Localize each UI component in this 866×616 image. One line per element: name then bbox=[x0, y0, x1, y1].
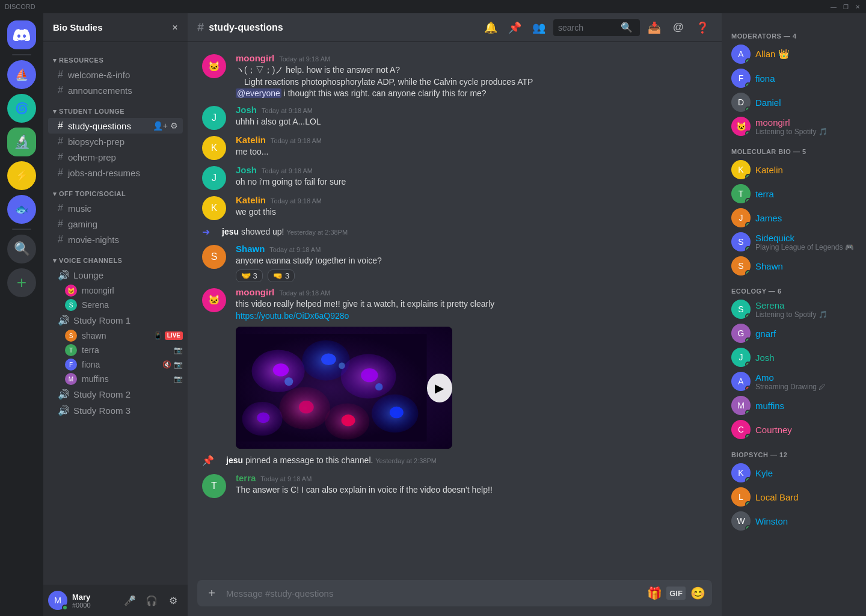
channel-gaming[interactable]: # gaming bbox=[48, 216, 183, 232]
voice-channel-name: Study Room 3 bbox=[73, 405, 131, 416]
pin-button[interactable]: 📌 bbox=[505, 18, 524, 37]
messages-area: 🐱 moongirl Today at 9:18 AM ヽ(；▽；)ノ help… bbox=[188, 42, 722, 570]
bell-button[interactable]: 🔔 bbox=[481, 18, 500, 37]
voice-member-moongirl[interactable]: 🐱 moongirl bbox=[43, 283, 188, 298]
channel-study-questions[interactable]: # study-questions 👤+ ⚙ bbox=[48, 118, 183, 134]
server-icon-bio[interactable]: 🔬 bbox=[7, 128, 36, 156]
server-icon-5[interactable]: 🐟 bbox=[7, 195, 36, 224]
member-winston[interactable]: W Winston bbox=[726, 509, 861, 533]
hash-icon: # bbox=[58, 69, 63, 80]
reaction-button[interactable]: 🤝 3 bbox=[236, 270, 263, 282]
channel-ochem[interactable]: # ochem-prep bbox=[48, 149, 183, 165]
voice-lounge[interactable]: 🔊 Lounge bbox=[48, 267, 183, 283]
channel-biopsych[interactable]: # biopsych-prep bbox=[48, 134, 183, 149]
member-james[interactable]: J James bbox=[726, 206, 861, 230]
channel-movie-nights[interactable]: # movie-nights bbox=[48, 232, 183, 247]
voice-member-serena[interactable]: S Serena bbox=[43, 298, 188, 312]
voice-member-muffins[interactable]: M muffins 📷 bbox=[43, 372, 188, 386]
gear-icon[interactable]: ⚙ bbox=[170, 121, 178, 131]
add-attachment-button[interactable]: + bbox=[202, 584, 221, 603]
member-shawn[interactable]: S Shawn bbox=[726, 254, 861, 278]
member-amo[interactable]: A Amo Streaming Drawing 🖊 bbox=[726, 369, 861, 393]
member-gnarf[interactable]: G gnarf bbox=[726, 321, 861, 345]
gift-button[interactable]: 🎁 bbox=[645, 584, 664, 603]
member-sidequick[interactable]: S Sidequick Playing League of Legends 🎮 bbox=[726, 230, 861, 254]
member-avatar: S bbox=[731, 232, 751, 251]
message-text: this video really helped me!! give it a … bbox=[236, 298, 707, 322]
voice-member-shawn[interactable]: S shawn 📱 LIVE bbox=[43, 328, 188, 343]
channel-music[interactable]: # music bbox=[48, 200, 183, 216]
voice-study-room-2[interactable]: 🔊 Study Room 2 bbox=[48, 386, 183, 402]
server-icon-discord[interactable] bbox=[7, 20, 36, 49]
member-josh[interactable]: J Josh bbox=[726, 345, 861, 369]
member-courtney[interactable]: C Courtney bbox=[726, 417, 861, 442]
minimize-button[interactable]: — bbox=[830, 3, 837, 10]
avatar: S bbox=[202, 245, 226, 269]
members-button[interactable]: 👥 bbox=[529, 18, 548, 37]
member-local-bard[interactable]: L Local Bard bbox=[726, 485, 861, 509]
voice-channel-name: Study Room 2 bbox=[73, 389, 131, 399]
video-embed[interactable]: ▶ bbox=[236, 327, 452, 449]
message-author: Josh bbox=[236, 105, 257, 115]
member-info: muffins bbox=[755, 401, 856, 411]
search-input[interactable] bbox=[558, 23, 618, 32]
close-button[interactable]: ✕ bbox=[854, 3, 861, 10]
member-icons: 📷 bbox=[174, 375, 183, 383]
member-katelin[interactable]: K Katelin bbox=[726, 158, 861, 182]
message-time: Today at 9:18 AM bbox=[271, 197, 322, 205]
voice-member-terra[interactable]: T terra 📷 bbox=[43, 343, 188, 357]
chevron-down-icon: ✕ bbox=[172, 23, 178, 32]
reaction-button[interactable]: 🤜 3 bbox=[268, 270, 295, 282]
message-content: Josh Today at 9:18 AM uhhh i also got A.… bbox=[236, 105, 707, 130]
server-icon-4[interactable]: ⚡ bbox=[7, 161, 36, 190]
video-link[interactable]: https://youtu.be/OiDx6aQ928o bbox=[236, 311, 349, 321]
member-name: Sidequick bbox=[755, 233, 856, 243]
inbox-button[interactable]: 📥 bbox=[645, 18, 664, 37]
message-header: Josh Today at 9:18 AM bbox=[236, 105, 707, 115]
category-voice[interactable]: ▾ VOICE CHANNELS bbox=[43, 247, 188, 267]
member-kyle[interactable]: K Kyle bbox=[726, 461, 861, 485]
play-button[interactable]: ▶ bbox=[427, 374, 452, 402]
mention-button[interactable]: @ bbox=[669, 18, 688, 37]
members-sidebar: MODERATORS — 4 A Allan 👑 F fiona D bbox=[722, 13, 866, 616]
member-allan[interactable]: A Allan 👑 bbox=[726, 42, 861, 66]
category-student-lounge[interactable]: ▾ STUDENT LOUNGE bbox=[43, 98, 188, 118]
member-moongirl[interactable]: 🐱 moongirl Listening to Spotify 🎵 bbox=[726, 114, 861, 138]
server-icon-search[interactable]: 🔍 bbox=[7, 235, 36, 263]
channel-welcome[interactable]: # welcome-&-info bbox=[48, 67, 183, 82]
camera-icon: 📷 bbox=[174, 375, 183, 383]
member-avatar: W bbox=[731, 511, 751, 531]
server-icon-2[interactable]: 🌀 bbox=[7, 94, 36, 123]
headphone-button[interactable]: 🎧 bbox=[142, 591, 161, 610]
member-avatar: F bbox=[731, 69, 751, 88]
svg-point-4 bbox=[321, 354, 336, 365]
emoji-button[interactable]: 😊 bbox=[688, 584, 707, 603]
channel-announcements[interactable]: # announcements bbox=[48, 82, 183, 98]
category-resources[interactable]: ▾ RESOURCES bbox=[43, 47, 188, 67]
voice-member-fiona[interactable]: F fiona 🔇 📷 bbox=[43, 357, 188, 372]
message-text: The answer is C! I can also explain in v… bbox=[236, 484, 707, 496]
mic-button[interactable]: 🎤 bbox=[120, 591, 140, 610]
member-terra[interactable]: T terra bbox=[726, 182, 861, 206]
category-offtopic[interactable]: ▾ OFF TOPIC/SOCIAL bbox=[43, 180, 188, 200]
member-muffins[interactable]: M muffins bbox=[726, 393, 861, 417]
search-icon: 🔍 bbox=[621, 22, 633, 33]
settings-button[interactable]: ⚙ bbox=[164, 591, 183, 610]
search-box[interactable]: 🔍 bbox=[553, 19, 640, 36]
member-fiona[interactable]: F fiona bbox=[726, 66, 861, 90]
restore-button[interactable]: ❐ bbox=[842, 3, 849, 10]
gif-button[interactable]: GIF bbox=[666, 587, 686, 600]
voice-study-room-3[interactable]: 🔊 Study Room 3 bbox=[48, 402, 183, 419]
voice-study-room-1[interactable]: 🔊 Study Room 1 bbox=[48, 312, 183, 328]
add-server-button[interactable]: + bbox=[7, 268, 36, 297]
member-daniel[interactable]: D Daniel bbox=[726, 90, 861, 114]
server-icon-1[interactable]: ⛵ bbox=[7, 60, 36, 89]
member-activity: Listening to Spotify 🎵 bbox=[755, 128, 856, 136]
message-text-input[interactable] bbox=[226, 584, 640, 603]
online-status bbox=[745, 362, 751, 367]
channel-jobs[interactable]: # jobs-and-resumes bbox=[48, 165, 183, 180]
add-user-icon[interactable]: 👤+ bbox=[153, 121, 168, 131]
member-serena[interactable]: S Serena Listening to Spotify 🎵 bbox=[726, 297, 861, 321]
help-button[interactable]: ❓ bbox=[693, 18, 712, 37]
server-header[interactable]: Bio Studies ✕ bbox=[43, 13, 188, 42]
